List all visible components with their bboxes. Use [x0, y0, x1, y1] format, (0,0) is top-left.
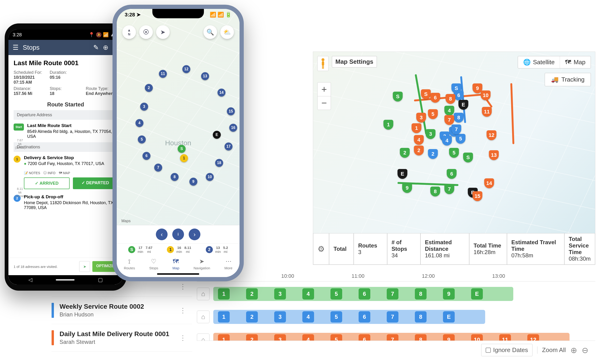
route-list-item[interactable]: Daily Last Mile Delivery Route 0001Sarah…: [52, 324, 192, 352]
timeline-stop[interactable]: 7: [387, 288, 398, 299]
mobile-map-marker[interactable]: E: [213, 131, 221, 139]
map-marker[interactable]: 2: [414, 146, 424, 158]
mobile-map-marker[interactable]: 11: [159, 70, 167, 78]
strip-pin[interactable]: 2: [206, 246, 213, 253]
map-marker[interactable]: 7: [444, 115, 454, 127]
mobile-map-marker[interactable]: 14: [217, 89, 225, 97]
map-marker[interactable]: 7: [444, 184, 454, 196]
timeline-stop[interactable]: 3: [274, 311, 286, 323]
map-type-satellite[interactable]: 🌐Satellite: [518, 56, 560, 68]
map-marker[interactable]: 10: [481, 91, 491, 103]
zoom-all-button[interactable]: Zoom All: [537, 346, 566, 354]
map-marker[interactable]: 2: [428, 149, 438, 161]
timeline-stop[interactable]: 1: [218, 288, 230, 299]
mobile-map-marker[interactable]: 17: [225, 142, 233, 150]
map-marker[interactable]: 1: [412, 123, 422, 135]
strip-pin[interactable]: 1: [167, 246, 174, 253]
map-type-map[interactable]: 🗺Map: [560, 56, 591, 68]
timeline-stop[interactable]: 5: [330, 311, 342, 323]
timeline-stop[interactable]: 8: [415, 311, 427, 323]
map-marker[interactable]: 4: [414, 135, 424, 147]
map-marker[interactable]: S: [421, 89, 431, 102]
streetview-pegman[interactable]: [317, 56, 328, 71]
timeline-stop[interactable]: 9: [443, 288, 455, 299]
timeline-stop[interactable]: 6: [359, 311, 370, 323]
stop-info-button[interactable]: i: [172, 229, 184, 240]
timeline-stop[interactable]: 2: [246, 311, 258, 323]
compass-button[interactable]: ▲N: [122, 25, 136, 39]
timeline-stop[interactable]: 7: [387, 311, 398, 323]
route-item-menu[interactable]: ⋮: [178, 334, 188, 342]
mobile-map-marker[interactable]: 6: [142, 152, 150, 160]
summary-settings-button[interactable]: ⚙: [313, 233, 329, 265]
mobile-map-marker[interactable]: 1: [180, 154, 188, 162]
mobile-map-marker[interactable]: 12: [182, 65, 190, 73]
timeline-stop[interactable]: E: [471, 288, 483, 299]
timeline-home-button[interactable]: ⌂: [197, 311, 209, 323]
map-marker[interactable]: S: [463, 153, 473, 165]
map-marker[interactable]: E: [397, 169, 407, 181]
timeline-stop[interactable]: 3: [274, 288, 286, 299]
navigate-button[interactable]: ➤: [79, 261, 90, 272]
mobile-map-marker[interactable]: 15: [227, 107, 235, 115]
mobile-map-marker[interactable]: 4: [135, 119, 143, 127]
timeline-stop[interactable]: 6: [359, 288, 370, 299]
tab-stops[interactable]: ♡Stops: [149, 258, 158, 270]
strip-pin[interactable]: S: [128, 246, 135, 253]
timeline-stop[interactable]: 2: [246, 288, 258, 299]
info-button[interactable]: ⓘ INFO: [43, 171, 55, 175]
map-marker[interactable]: 12: [487, 130, 497, 142]
timeline-stop[interactable]: 1: [218, 311, 230, 323]
map-marker[interactable]: 3: [426, 129, 435, 141]
map-marker[interactable]: 5: [428, 109, 438, 121]
map-marker[interactable]: 9: [402, 183, 412, 195]
edit-icon[interactable]: ✎: [93, 44, 99, 51]
notes-button[interactable]: 📝 NOTES: [24, 171, 40, 175]
mobile-map-marker[interactable]: 5: [138, 135, 146, 143]
map-marker[interactable]: 15: [472, 191, 482, 204]
timeline-stop[interactable]: E: [443, 311, 455, 323]
route-list-item[interactable]: Weekly Service Route 0002Brian Hudson⋮: [52, 297, 192, 324]
tab-map[interactable]: 🗺Map: [172, 258, 179, 270]
mobile-map-marker[interactable]: 8: [171, 173, 178, 181]
map-marker[interactable]: 14: [484, 178, 494, 191]
timeline-stop[interactable]: 8: [415, 288, 427, 299]
map-marker[interactable]: 2: [400, 148, 410, 160]
zoom-out-button[interactable]: −: [318, 96, 331, 110]
route-item-menu[interactable]: ⋮: [178, 307, 188, 314]
timeline-stop[interactable]: 5: [330, 288, 342, 299]
timeline-stop[interactable]: 4: [302, 288, 314, 299]
route-item-menu[interactable]: ⋮: [178, 283, 188, 290]
map-canvas[interactable]: Map Settings + − 🌐Satellite 🗺Map 🚚Tracki…: [313, 52, 595, 265]
mobile-map-marker[interactable]: 3: [140, 103, 148, 111]
map-settings-button[interactable]: Map Settings: [332, 56, 377, 67]
mobile-map-marker[interactable]: 9: [189, 178, 197, 186]
tab-routes[interactable]: ⟟Routes: [124, 258, 135, 270]
locate-button[interactable]: ➤: [156, 25, 170, 39]
map-marker[interactable]: 3: [416, 113, 426, 125]
timeline-home-button[interactable]: ⌂: [197, 288, 209, 300]
map-marker[interactable]: 8: [454, 113, 464, 125]
mobile-map-marker[interactable]: 16: [229, 124, 237, 132]
map-marker[interactable]: E: [459, 100, 468, 112]
tab-navigation[interactable]: ➤Navigation: [194, 258, 210, 270]
map-marker[interactable]: 4: [442, 136, 452, 148]
map-marker[interactable]: 11: [482, 107, 492, 119]
map-marker[interactable]: 5: [449, 148, 459, 160]
layers-button[interactable]: ⦿: [139, 25, 153, 39]
zoom-out-icon[interactable]: ⊖: [582, 345, 588, 355]
menu-icon[interactable]: ☰: [13, 44, 19, 51]
next-stop-button[interactable]: ›: [189, 229, 200, 240]
map-marker[interactable]: 6: [430, 93, 440, 105]
add-icon[interactable]: ⊕: [103, 44, 108, 51]
map-marker[interactable]: 8: [446, 94, 455, 106]
ignore-dates-checkbox[interactable]: Ignore Dates: [481, 344, 533, 356]
map-marker[interactable]: 8: [430, 187, 440, 199]
map-button[interactable]: 🗺 MAP: [59, 171, 70, 175]
mobile-map-marker[interactable]: 2: [145, 84, 153, 92]
mobile-map-marker[interactable]: 7: [154, 164, 162, 172]
zoom-in-button[interactable]: +: [318, 83, 331, 96]
zoom-in-icon[interactable]: ⊕: [571, 345, 577, 355]
prev-stop-button[interactable]: ‹: [156, 229, 168, 240]
map-marker[interactable]: 6: [447, 169, 457, 181]
